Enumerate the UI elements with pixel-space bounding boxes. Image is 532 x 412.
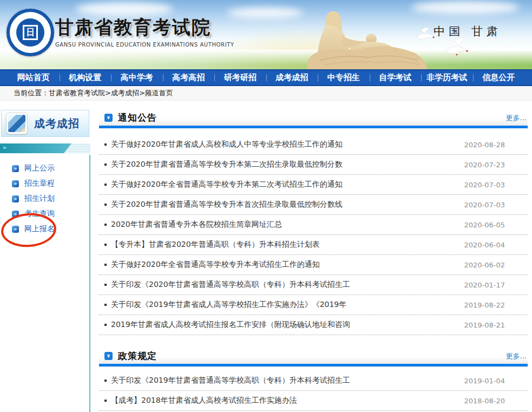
sidebar-item-label[interactable]: 网上公示 [24, 164, 55, 173]
policy-date: 2019-01-04 [464, 377, 528, 385]
main-nav: 网站首页 机构设置 高中学考 高考高招 研考研招 成考成招 中专招生 自学考试 … [0, 69, 532, 86]
sidebar-item-online-registration[interactable]: » 网上报名 [0, 221, 90, 237]
site-title-block: 甘肃省教育考试院 GANSU PROVINCIAL EDUCATION EXAM… [55, 15, 234, 48]
table-row: 关于印发《2019年甘肃省普通高等学校高职（专科）升本科考试招生工 2019-0… [99, 371, 528, 391]
table-row: 2020年甘肃省普通专升本各院校招生简章网址汇总 2020-06-05 [99, 215, 528, 235]
nav-item-secondary[interactable]: 中专招生 [318, 70, 370, 85]
notice-date: 2020-07-03 [464, 181, 528, 189]
breadcrumb-path[interactable]: 甘肃省教育考试院>成考成招>频道首页 [49, 88, 173, 98]
policy-list: 关于印发《2019年甘肃省普通高等学校高职（专科）升本科考试招生工 2019-0… [99, 371, 528, 411]
section-header-notices: ∨ 通知公告 更多... [99, 110, 528, 128]
site-title: 甘肃省教育考试院 [55, 15, 234, 40]
dove-icon [443, 37, 470, 58]
bullet-icon [104, 264, 107, 266]
table-row: 关于2020年甘肃省普通高等学校专升本首次招生录取最低控制分数线 2020-07… [99, 195, 528, 215]
notice-date: 2019-08-22 [464, 301, 528, 309]
table-row: 【成考】2018年甘肃省成人高校考试招生工作实施办法 2018-08-20 [99, 391, 528, 411]
nav-item-gaokao[interactable]: 高考高招 [163, 70, 215, 85]
notice-date: 2020-08-28 [464, 141, 528, 149]
notice-link[interactable]: 关于印发《2020年甘肃省普通高等学校高职（专科）升本科考试招生工 [111, 280, 350, 290]
notice-link[interactable]: 2020年甘肃省普通专升本各院校招生简章网址汇总 [111, 220, 282, 230]
table-row: 关于印发《2019年甘肃省成人高等学校招生工作实施办法》《2019年 2019-… [99, 295, 528, 315]
bullet-icon [104, 143, 107, 146]
main-panel: ∨ 通知公告 更多... 关于做好2020年甘肃省成人高校和成人中等专业学校招生… [99, 101, 528, 411]
bullet-icon [104, 284, 107, 286]
notice-date: 2020-07-03 [464, 201, 528, 209]
arrow-icon: » [12, 180, 19, 187]
bullet-icon [104, 304, 107, 306]
section-title: 通知公告 [118, 112, 157, 124]
site-subtitle: GANSU PROVINCIAL EDUCATION EXAMINATIONS … [55, 42, 234, 48]
table-row: 关于做好2020年甘肃省成人高校和成人中等专业学校招生工作的通知 2020-08… [99, 135, 528, 155]
bullet-icon [104, 184, 107, 186]
nav-item-postgrad[interactable]: 研考研招 [214, 70, 266, 85]
sidebar-item-online-publicity[interactable]: » 网上公示 [0, 161, 90, 176]
sidebar-item-label[interactable]: 网上报名 [24, 224, 55, 234]
sidebar: 成考成招 » » 网上公示 » 招生章程 » 招生计划 » [0, 101, 90, 412]
sidebar-banner: » [0, 143, 90, 153]
nav-item-org[interactable]: 机构设置 [60, 70, 111, 85]
notice-link[interactable]: 关于2020年甘肃省普通高等学校专升本首次招生录取最低控制分数线 [111, 200, 343, 210]
site-header: 日 甘肃省教育考试院 GANSU PROVINCIAL EDUCATION EX… [0, 0, 532, 69]
table-row: 关于2020年甘肃省普通高等学校专升本第二次招生录取最低控制分数 2020-07… [99, 155, 528, 175]
bullet-icon [104, 324, 107, 326]
bullet-icon [104, 164, 107, 166]
site-logo-icon: 日 [6, 9, 54, 56]
table-row: 【专升本】甘肃省2020年普通高职（专科）升本科招生计划表 2020-06-04 [99, 235, 528, 255]
table-row: 2019年甘肃省成人高校考试招生报名工作安排（附现场确认地址和咨询 2019-0… [99, 315, 528, 335]
mother-statue-illustration [292, 6, 429, 69]
more-link[interactable]: 更多... [506, 113, 527, 123]
table-row: 关于印发《2020年甘肃省普通高等学校高职（专科）升本科考试招生工 2020-0… [99, 275, 528, 295]
section-marker-icon: ∨ [104, 114, 113, 122]
nav-item-non-academic[interactable]: 非学历考试 [421, 70, 473, 85]
more-link[interactable]: 更多... [506, 351, 527, 361]
notice-list: 关于做好2020年甘肃省成人高校和成人中等专业学校招生工作的通知 2020-08… [99, 135, 528, 335]
bullet-icon [104, 400, 107, 402]
section-marker-icon: ∨ [104, 352, 113, 360]
banner-arrow-icon: » [3, 144, 6, 151]
sidebar-item-admission-plan[interactable]: » 招生计划 [0, 191, 90, 206]
cloud-decoration [76, 2, 173, 16]
policy-date: 2018-08-20 [464, 397, 528, 405]
table-row: 关于做好2020年全省普通高等学校专升本考试招生工作的通知 2020-06-02 [99, 255, 528, 275]
bullet-icon [104, 244, 107, 246]
notice-date: 2020-01-17 [464, 281, 528, 289]
cloud-decoration [227, 8, 303, 18]
breadcrumb: 当前位置： 甘肃省教育考试院>成考成招>频道首页 [0, 86, 532, 101]
notice-link[interactable]: 关于印发《2019年甘肃省成人高等学校招生工作实施办法》《2019年 [111, 300, 346, 310]
sidebar-item-label[interactable]: 招生计划 [24, 194, 55, 204]
notice-link[interactable]: 关于做好2020年全省普通高等学校专升本第二次考试招生工作的通知 [111, 180, 343, 189]
notice-date: 2020-06-02 [464, 261, 528, 269]
bullet-icon [104, 380, 107, 382]
breadcrumb-label: 当前位置： [14, 88, 49, 98]
sidebar-divider [89, 155, 90, 412]
notice-link[interactable]: 【专升本】甘肃省2020年普通高职（专科）升本科招生计划表 [111, 240, 320, 250]
nav-item-adult-exam[interactable]: 成考成招 [266, 70, 318, 85]
notice-link[interactable]: 关于做好2020年甘肃省成人高校和成人中等专业学校招生工作的通知 [111, 140, 343, 149]
channel-title: 成考成招 [34, 116, 80, 131]
sidebar-item-admission-charter[interactable]: » 招生章程 [0, 176, 90, 191]
arrow-icon: » [12, 195, 19, 202]
policy-link[interactable]: 【成考】2018年甘肃省成人高校考试招生工作实施办法 [111, 396, 297, 406]
content-area: 成考成招 » » 网上公示 » 招生章程 » 招生计划 » [0, 101, 532, 412]
channel-header: 成考成招 [1, 110, 89, 137]
notice-link[interactable]: 2019年甘肃省成人高校考试招生报名工作安排（附现场确认地址和咨询 [111, 320, 350, 330]
section-title: 政策规定 [118, 350, 157, 362]
notice-link[interactable]: 关于2020年甘肃省普通高等学校专升本第二次招生录取最低控制分数 [111, 160, 343, 169]
nav-item-info-disclosure[interactable]: 信息公开 [473, 70, 525, 85]
notice-link[interactable]: 关于做好2020年全省普通高等学校专升本考试招生工作的通知 [111, 260, 320, 270]
section-header-policies: ∨ 政策规定 更多... [99, 348, 528, 367]
dove-icon [416, 27, 436, 43]
notice-date: 2019-08-21 [464, 321, 528, 329]
nav-item-highschool-exam[interactable]: 高中学考 [111, 70, 163, 85]
sidebar-menu: » 网上公示 » 招生章程 » 招生计划 » 考生查询 » 网上报名 [0, 161, 90, 237]
nav-item-home[interactable]: 网站首页 [8, 70, 60, 85]
table-row: 关于做好2020年全省普通高等学校专升本第二次考试招生工作的通知 2020-07… [99, 175, 528, 195]
sidebar-item-candidate-query[interactable]: » 考生查询 [0, 206, 90, 221]
policy-link[interactable]: 关于印发《2019年甘肃省普通高等学校高职（专科）升本科考试招生工 [111, 376, 350, 385]
sidebar-item-label[interactable]: 招生章程 [24, 179, 55, 188]
nav-item-self-study[interactable]: 自学考试 [370, 70, 422, 85]
sidebar-item-label[interactable]: 考生查询 [24, 209, 55, 219]
bullet-icon [104, 204, 107, 206]
region-label: 中国 甘肃 [434, 24, 502, 39]
